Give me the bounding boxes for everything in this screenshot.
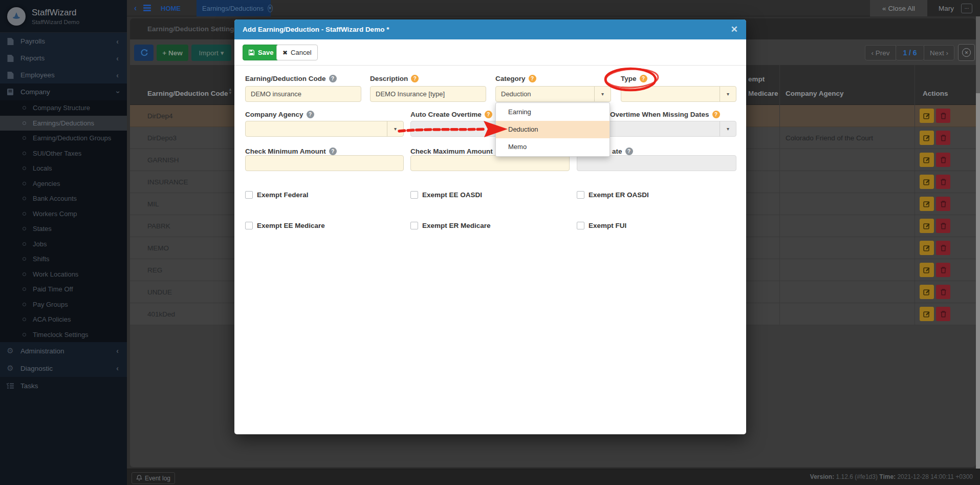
sidebar-subitem[interactable]: Bank Accounts bbox=[0, 191, 127, 206]
column-header-agency[interactable]: Company Agency bbox=[786, 90, 844, 97]
sidebar-subitem[interactable]: Pay Groups bbox=[0, 297, 127, 312]
edit-row-button[interactable] bbox=[920, 219, 934, 233]
sidebar-subitem[interactable]: Earnings/Deductions bbox=[0, 116, 127, 131]
checkbox-exempt-federal[interactable]: Exempt Federal bbox=[245, 191, 309, 199]
check-min-input[interactable] bbox=[245, 155, 404, 171]
checkbox-exempt-er-oasdi[interactable]: Exempt ER OASDI bbox=[577, 191, 649, 199]
sidebar-subitem[interactable]: Jobs bbox=[0, 237, 127, 252]
sidebar-subitem[interactable]: SUI/Other Taxes bbox=[0, 146, 127, 161]
circle-bullet-icon bbox=[23, 106, 26, 110]
brand-title: StaffWizard bbox=[32, 8, 79, 18]
edit-row-button[interactable] bbox=[920, 131, 934, 145]
code-input[interactable] bbox=[245, 86, 361, 102]
sidebar-subitem[interactable]: Paid Time Off bbox=[0, 282, 127, 297]
delete-row-button[interactable] bbox=[936, 241, 950, 255]
prev-page-button[interactable]: ‹ Prev bbox=[865, 45, 896, 60]
tab-earnings-deductions[interactable]: Earnings/Deductions ✕ bbox=[197, 0, 271, 16]
sidebar-subitem[interactable]: Earning/Deduction Groups bbox=[0, 131, 127, 146]
edit-row-button[interactable] bbox=[920, 197, 934, 211]
cancel-button[interactable]: ✖ Cancel bbox=[276, 45, 318, 60]
modal-title: Add Earning/Deduction - StaffWizard Demo… bbox=[243, 26, 389, 33]
circle-bullet-icon bbox=[23, 227, 26, 230]
sidebar-subitem[interactable]: Work Locations bbox=[0, 267, 127, 282]
edit-row-button[interactable] bbox=[920, 153, 934, 167]
sidebar-subitem[interactable]: Shifts bbox=[0, 251, 127, 267]
help-icon: ? bbox=[640, 75, 647, 82]
checkbox-exempt-fui[interactable]: Exempt FUI bbox=[577, 222, 626, 229]
checkbox[interactable] bbox=[410, 191, 418, 199]
sidebar-item-company[interactable]: Company ‹ bbox=[0, 83, 127, 100]
modal-close-icon[interactable]: ✕ bbox=[731, 24, 738, 35]
caret-down-icon[interactable]: ▾ bbox=[720, 87, 736, 101]
scrollbar-thumb[interactable] bbox=[976, 16, 980, 93]
new-button[interactable]: + New bbox=[157, 45, 188, 61]
delete-row-button[interactable] bbox=[936, 307, 950, 321]
sidebar-subitem[interactable]: Timeclock Settings bbox=[0, 327, 127, 343]
sidebar-item-tasks[interactable]: Tasks bbox=[0, 377, 127, 394]
edit-row-button[interactable] bbox=[920, 241, 934, 255]
checkbox[interactable] bbox=[245, 191, 253, 199]
close-all-button[interactable]: « Close All bbox=[870, 0, 927, 16]
checkbox[interactable] bbox=[410, 222, 418, 229]
delete-row-button[interactable] bbox=[936, 153, 950, 167]
company-agency-select[interactable]: ▾ bbox=[245, 121, 404, 137]
circle-bullet-icon bbox=[23, 136, 26, 140]
delete-row-button[interactable] bbox=[936, 131, 950, 145]
delete-row-button[interactable] bbox=[936, 197, 950, 211]
sidebar-item[interactable]: ⚙ Diagnostic ‹ bbox=[0, 360, 127, 377]
nav-home-link[interactable]: HOME bbox=[161, 5, 181, 12]
sidebar-item[interactable]: Payrolls ‹ bbox=[0, 33, 127, 50]
checkbox-exempt-ee-medicare[interactable]: Exempt EE Medicare bbox=[245, 222, 325, 229]
sidebar-subitem[interactable]: Workers Comp bbox=[0, 206, 127, 222]
collapse-sidebar-icon[interactable]: ‹ bbox=[134, 4, 137, 13]
edit-row-button[interactable] bbox=[920, 109, 934, 123]
column-header-code[interactable]: Earning/Deduction Code bbox=[147, 90, 228, 97]
user-menu[interactable]: Mary ... bbox=[927, 0, 980, 16]
edit-row-button[interactable] bbox=[920, 175, 934, 189]
delete-row-button[interactable] bbox=[936, 285, 950, 299]
delete-row-button[interactable] bbox=[936, 219, 950, 233]
user-dropdown-icon[interactable]: ... bbox=[961, 4, 972, 13]
caret-down-icon[interactable]: ▾ bbox=[594, 87, 611, 101]
event-log-button[interactable]: Event log bbox=[132, 472, 175, 484]
edit-row-button[interactable] bbox=[920, 307, 934, 321]
tab-close-icon[interactable]: ✕ bbox=[268, 5, 273, 12]
sidebar-item[interactable]: ⚙ Administration ‹ bbox=[0, 342, 127, 360]
page-scrollbar[interactable] bbox=[976, 16, 980, 485]
dropdown-option-memo[interactable]: Memo bbox=[496, 138, 609, 156]
dropdown-option-earning[interactable]: Earning bbox=[496, 103, 609, 121]
caret-down-icon[interactable]: ▾ bbox=[387, 121, 403, 136]
grid-settings-button[interactable]: ✕ bbox=[958, 44, 975, 61]
hamburger-menu-icon[interactable] bbox=[143, 5, 151, 12]
delete-row-button[interactable] bbox=[936, 263, 950, 277]
sidebar-subitem[interactable]: States bbox=[0, 221, 127, 237]
caret-down-icon: ▾ bbox=[221, 49, 224, 57]
next-page-button[interactable]: Next › bbox=[924, 45, 954, 60]
checkbox-exempt-ee-oasdi[interactable]: Exempt EE OASDI bbox=[410, 191, 482, 199]
column-header-medicare-fragment: Medicare bbox=[748, 90, 778, 97]
checkbox[interactable] bbox=[577, 191, 584, 199]
sort-icon[interactable]: ▲▼ bbox=[228, 88, 232, 95]
save-button[interactable]: Save bbox=[243, 45, 279, 60]
description-input[interactable] bbox=[370, 86, 486, 102]
edit-row-button[interactable] bbox=[920, 263, 934, 277]
sidebar-item[interactable]: Employees ‹ bbox=[0, 67, 127, 83]
check-max-input[interactable] bbox=[410, 155, 570, 171]
refresh-button[interactable] bbox=[134, 45, 154, 61]
edit-row-button[interactable] bbox=[920, 285, 934, 299]
sidebar-subitem[interactable]: Company Structure bbox=[0, 100, 127, 116]
sidebar-subitem[interactable]: Agencies bbox=[0, 176, 127, 192]
sidebar-subitem[interactable]: ACA Policies bbox=[0, 312, 127, 327]
dropdown-option-deduction[interactable]: Deduction bbox=[496, 121, 609, 138]
checkbox[interactable] bbox=[577, 222, 584, 229]
sidebar-subitem[interactable]: Locals bbox=[0, 161, 127, 176]
checkbox[interactable] bbox=[245, 222, 253, 229]
circle-bullet-icon bbox=[23, 287, 26, 291]
type-select[interactable]: ▾ bbox=[621, 86, 736, 102]
sidebar-item[interactable]: Reports ‹ bbox=[0, 50, 127, 67]
delete-row-button[interactable] bbox=[936, 175, 950, 189]
category-select[interactable]: Deduction ▾ bbox=[495, 86, 611, 102]
checkbox-exempt-er-medicare[interactable]: Exempt ER Medicare bbox=[410, 222, 491, 229]
delete-row-button[interactable] bbox=[936, 109, 950, 123]
import-button[interactable]: Import ▾ bbox=[191, 45, 231, 61]
